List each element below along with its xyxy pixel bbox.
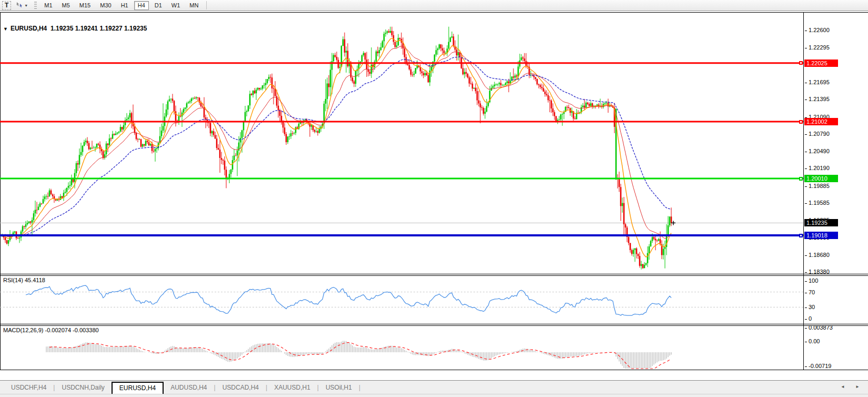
tick-dash: [805, 31, 807, 31]
tab-scroll-left-icon[interactable]: ◄: [841, 384, 845, 389]
toolbar-divider: [206, 1, 207, 9]
chevron-down-icon: ▼: [24, 4, 28, 7]
macd-tick-label: 0.003873: [805, 324, 833, 331]
tab-usdcad-h4[interactable]: USDCAD,H4: [216, 383, 266, 393]
tab-usdchf-h4[interactable]: USDCHF,H4: [4, 383, 53, 393]
rsi-pane-bottom-border: [0, 324, 868, 324]
price-tick-label: 1.18680: [805, 252, 830, 258]
tick-dash: [805, 328, 807, 329]
price-tick-label: 1.20790: [805, 131, 830, 137]
macd-tick-label: -0.00719: [805, 363, 831, 369]
macd-pane-bottom-border: [0, 370, 868, 370]
price-tick-label: 1.21395: [805, 96, 830, 102]
macd-tick-label: 0.00: [805, 338, 820, 344]
price-axis-border: [803, 12, 804, 370]
timeframe-button-m5[interactable]: M5: [58, 1, 74, 10]
tick-dash: [805, 48, 807, 48]
chart-area: ▼EURUSD,H4 1.19235 1.19241 1.19227 1.192…: [0, 11, 868, 397]
rsi-tick-label: 0: [805, 315, 812, 322]
price-line-label-120010: 1.20010: [804, 175, 838, 182]
tick-dash: [805, 342, 807, 342]
tick-dash: [805, 186, 807, 187]
statusbar-strip: [0, 394, 868, 397]
price-line-label-119235: 1.19235: [804, 219, 838, 226]
arrows-icon: [15, 2, 23, 9]
toolbar-grip: [34, 2, 37, 9]
tab-separator: |: [359, 383, 360, 393]
tab-scroll-right-icon[interactable]: ►: [855, 384, 860, 389]
tab-xauusd-h1[interactable]: XAUUSD,H1: [267, 383, 317, 393]
timeframe-button-mn[interactable]: MN: [186, 1, 202, 10]
price-tick-label: 1.21695: [805, 79, 830, 85]
chart-header: ▼EURUSD,H4 1.19235 1.19241 1.19227 1.192…: [3, 25, 147, 32]
price-tick-label: 1.20190: [805, 165, 830, 171]
line-right-marker: [799, 61, 803, 65]
candlestick-chart[interactable]: [0, 13, 803, 274]
main-pane-bottom-border: [0, 274, 868, 274]
timeframe-button-h1[interactable]: H1: [117, 1, 132, 10]
timeframe-button-m30[interactable]: M30: [96, 1, 115, 10]
price-line-label-119018: 1.19018: [804, 232, 838, 239]
line-right-marker: [799, 177, 803, 181]
macd-indicator-chart[interactable]: [0, 326, 803, 370]
tick-dash: [805, 100, 807, 100]
tab-usoil-h1[interactable]: USOil,H1: [319, 383, 359, 393]
timeframe-buttons: M1M5M15M30H1H4D1W1MN: [39, 1, 203, 10]
tick-dash: [805, 152, 807, 152]
tick-dash: [805, 281, 807, 282]
tab-audusd-h4[interactable]: AUDUSD,H4: [164, 383, 214, 393]
price-tick-label: 1.22295: [805, 44, 830, 51]
macd-indicator-label: MACD(12,26,9) -0.002074 -0.003380: [3, 327, 99, 333]
tab-eurusd-h4[interactable]: EURUSD,H4: [112, 382, 164, 394]
price-tick-label: 1.18380: [805, 269, 830, 275]
mt4-terminal-window: T ▼ M1M5M15M30H1H4D1W1MN ▼EURUSD,H4 1: [0, 0, 868, 397]
top-toolbar: T ▼ M1M5M15M30H1H4D1W1MN: [0, 0, 868, 11]
tick-dash: [805, 168, 807, 169]
arrows-tool-button[interactable]: ▼: [12, 1, 31, 10]
tick-dash: [805, 83, 807, 83]
tick-dash: [805, 319, 807, 320]
tick-dash: [805, 255, 807, 256]
line-right-marker: [799, 234, 803, 237]
price-tick-label: 1.19885: [805, 183, 830, 189]
tick-dash: [805, 272, 807, 273]
tick-dash: [805, 307, 807, 308]
price-line-label-121002: 1.21002: [804, 118, 838, 125]
rsi-indicator-label: RSI(14) 45.4118: [3, 277, 45, 283]
price-tick-label: 1.22600: [805, 27, 830, 33]
price-tick-label: 1.20490: [805, 148, 830, 154]
tab-usdcnh-daily[interactable]: USDCNH,Daily: [55, 383, 111, 393]
price-tick-label: 1.19585: [805, 200, 830, 206]
chart-tab-bar: USDCHF,H4|USDCNH,DailyEURUSD,H4AUDUSD,H4…: [0, 380, 868, 394]
tick-dash: [805, 134, 807, 135]
timeframe-button-d1[interactable]: D1: [151, 1, 166, 10]
text-tool-button[interactable]: T: [2, 1, 11, 10]
rsi-tick-label: 30: [805, 304, 815, 310]
timeframe-button-m1[interactable]: M1: [41, 1, 56, 10]
timeframe-button-h4[interactable]: H4: [134, 1, 149, 10]
chart-ohlc-values: 1.19235 1.19241 1.19227 1.19235: [51, 25, 147, 32]
rsi-tick-label: 100: [805, 277, 818, 284]
timeframe-button-w1[interactable]: W1: [168, 1, 184, 10]
tick-dash: [805, 203, 807, 204]
price-line-label-122025: 1.22025: [804, 59, 838, 67]
tick-dash: [805, 293, 807, 293]
tick-dash: [805, 366, 807, 367]
rsi-tick-label: 70: [805, 289, 815, 295]
chart-menu-icon[interactable]: ▼: [3, 26, 8, 32]
chart-symbol-title: EURUSD,H4: [11, 25, 47, 32]
timeframe-button-m15[interactable]: M15: [76, 1, 94, 10]
rsi-indicator-chart[interactable]: [0, 276, 803, 324]
line-right-marker: [799, 120, 803, 124]
